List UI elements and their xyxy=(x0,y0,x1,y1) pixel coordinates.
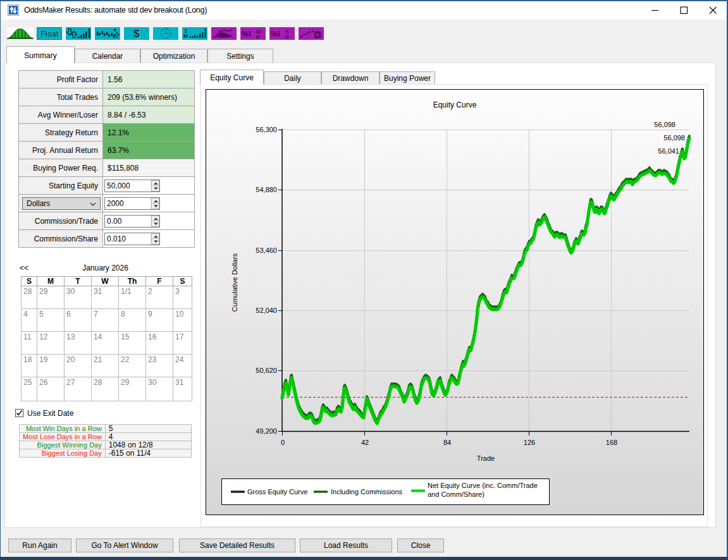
svg-text:56,041: 56,041 xyxy=(658,147,679,155)
svg-text:84: 84 xyxy=(443,439,451,446)
svg-text:Gross Equity Curve: Gross Equity Curve xyxy=(247,488,307,496)
svg-text:I: I xyxy=(249,29,251,39)
svg-text:%: % xyxy=(242,30,249,39)
svg-text:Trade: Trade xyxy=(477,454,495,462)
svg-text:M: M xyxy=(183,33,188,39)
svg-text:and Comm/Share): and Comm/Share) xyxy=(428,490,484,498)
svg-text:Float: Float xyxy=(40,30,59,39)
svg-text:D: D xyxy=(314,29,321,40)
svg-text:56,098: 56,098 xyxy=(654,121,676,128)
svg-text:0: 0 xyxy=(281,439,285,446)
svg-text:D: D xyxy=(285,34,289,40)
svg-text:56,098: 56,098 xyxy=(663,134,685,142)
svg-text:53,460: 53,460 xyxy=(256,247,277,254)
svg-text:I: I xyxy=(278,29,280,39)
svg-text:168: 168 xyxy=(606,439,617,446)
svg-text:49,200: 49,200 xyxy=(256,427,277,435)
svg-text:52,040: 52,040 xyxy=(256,307,277,314)
svg-text:50,620: 50,620 xyxy=(256,367,277,374)
svg-text:56,300: 56,300 xyxy=(256,126,277,133)
svg-text:Net Equity Curve (inc. Comm/Tr: Net Equity Curve (inc. Comm/Trade xyxy=(428,482,538,489)
svg-text:$: $ xyxy=(133,28,140,40)
svg-text:Equity Curve: Equity Curve xyxy=(433,100,477,109)
svg-text:Cumulative Dollars: Cumulative Dollars xyxy=(231,253,238,312)
svg-text:D: D xyxy=(256,34,260,40)
svg-text:%: % xyxy=(271,30,278,39)
svg-text:Including Commissions: Including Commissions xyxy=(331,488,403,496)
svg-text:126: 126 xyxy=(524,439,535,446)
svg-text:42: 42 xyxy=(361,439,369,446)
svg-text:54,880: 54,880 xyxy=(256,186,277,193)
